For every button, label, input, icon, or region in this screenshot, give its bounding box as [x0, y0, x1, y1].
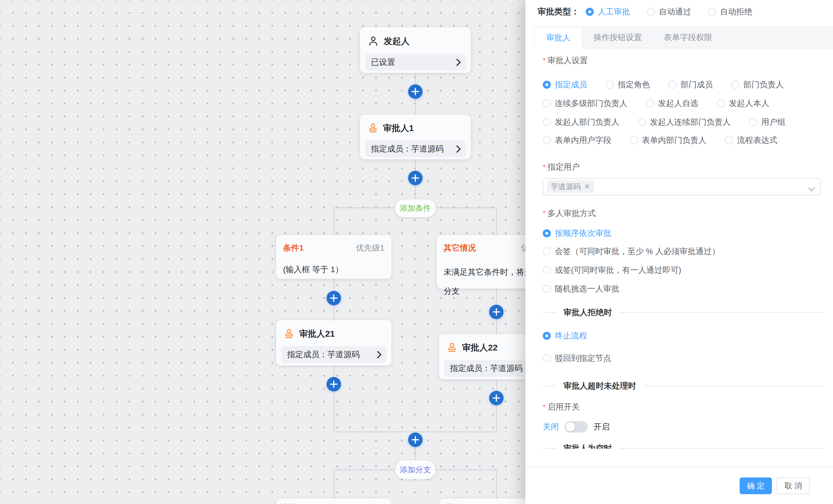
node-condition1[interactable]: 条件1 优先级1 (输入框 等于 1） — [276, 235, 391, 279]
radio-icon — [725, 136, 733, 144]
radio-icon — [543, 247, 551, 255]
node-summary-text: 已设置 — [371, 57, 395, 68]
reject-section-title: 审批人拒绝时 — [564, 307, 612, 318]
add-node-button[interactable] — [408, 171, 423, 185]
connector — [496, 470, 497, 499]
radio-icon — [543, 118, 551, 126]
reject-section-divider: 审批人拒绝时 — [543, 308, 822, 317]
add-condition-button[interactable]: 添加条件 — [395, 199, 436, 217]
cancel-button[interactable]: 取 消 — [777, 478, 810, 494]
add-node-button[interactable] — [327, 377, 341, 392]
radio-initiator-self[interactable]: 发起人本人 — [717, 98, 769, 109]
radio-orsign[interactable]: 或签(可同时审批，有一人通过即可) — [543, 265, 682, 275]
radio-return-to-node[interactable]: 驳回到指定节点 — [543, 353, 611, 363]
tab-approver[interactable]: 审批人 — [534, 26, 582, 48]
timeout-switch-row: 关闭 开启 — [543, 421, 610, 433]
node-summary-text: 指定成员：芋道源码 — [450, 363, 523, 374]
add-condition-label: 添加条件 — [400, 203, 431, 213]
radio-multi-level-dept-leader[interactable]: 连续多级部门负责人 — [543, 98, 627, 109]
radio-icon — [638, 118, 646, 126]
radio-form-dept-leader[interactable]: 表单内部门负责人 — [630, 135, 707, 146]
timeout-enable-switch[interactable] — [565, 421, 588, 433]
add-branch-label: 添加分支 — [400, 464, 431, 475]
approver-setting-row2: 连续多级部门负责人 发起人自选 发起人本人 — [543, 99, 788, 108]
node-approver21[interactable]: 审批人21 指定成员：芋道源码 — [276, 320, 391, 366]
radio-terminate-process[interactable]: 终止流程 — [543, 331, 587, 341]
radio-selected-icon — [543, 229, 551, 237]
condition-title: 条件1 — [283, 243, 304, 253]
radio-user-group[interactable]: 用户组 — [749, 117, 785, 128]
assign-user-select[interactable]: 芋道源码 ✕ — [543, 178, 821, 195]
node-title: 审批人1 — [383, 122, 414, 134]
node-settings-drawer: 审批类型： 人工审批 自动通过 自动拒绝 审批人 操作按钮设置 表单字段权限 — [525, 0, 833, 504]
node-summary-text: 指定成员：芋道源码 — [371, 144, 444, 154]
radio-selected-icon — [586, 8, 594, 16]
connector — [333, 208, 334, 235]
node-start[interactable]: 发起人 已设置 — [360, 27, 471, 73]
chevron-right-icon — [453, 58, 461, 66]
radio-icon — [543, 136, 551, 144]
radio-icon — [647, 8, 655, 16]
radio-icon — [646, 99, 654, 107]
radio-selected-icon — [543, 81, 551, 89]
radio-icon — [731, 81, 739, 89]
connector — [333, 470, 334, 499]
tab-spacer — [525, 26, 534, 48]
connector — [496, 379, 497, 432]
connector — [333, 366, 334, 432]
empty-section-divider: 审批人为空时 — [543, 444, 822, 449]
parallel-title: 并行2 — [446, 502, 467, 504]
node-summary[interactable]: 已设置 — [365, 54, 466, 71]
tab-form-field-perms[interactable]: 表单字段权限 — [653, 32, 723, 43]
timeout-section-title: 审批人超时未处理时 — [564, 380, 636, 392]
radio-countersign[interactable]: 会签（可同时审批，至少 % 人必须审批通过） — [543, 247, 720, 256]
add-node-button[interactable] — [408, 433, 423, 447]
radio-dept-member[interactable]: 部门成员 — [668, 79, 713, 90]
radio-dept-leader[interactable]: 部门负责人 — [731, 79, 784, 90]
radio-random-one[interactable]: 随机挑选一人审批 — [543, 284, 619, 294]
enable-switch-label: *启用开关 — [543, 401, 580, 412]
radio-form-user-field[interactable]: 表单内用户字段 — [543, 135, 611, 146]
radio-icon — [543, 99, 551, 107]
node-approver1[interactable]: 审批人1 指定成员：芋道源码 — [360, 115, 471, 159]
drawer-tabs: 审批人 操作按钮设置 表单字段权限 — [525, 26, 833, 48]
approver-setting-row3: 发起人部门负责人 发起人连续部门负责人 用户组 — [543, 117, 804, 127]
condition-priority: 优先级1 — [356, 243, 384, 253]
tag-remove-icon[interactable]: ✕ — [584, 183, 590, 191]
radio-icon — [668, 81, 676, 89]
radio-assigned-role[interactable]: 指定角色 — [605, 79, 650, 90]
add-node-button[interactable] — [489, 305, 503, 319]
radio-icon — [543, 285, 551, 293]
add-node-button[interactable] — [489, 391, 503, 405]
approver-setting-label: *审批人设置 — [543, 55, 588, 66]
assign-user-label: *指定用户 — [543, 161, 580, 173]
radio-initiator-choose[interactable]: 发起人自选 — [646, 98, 698, 109]
add-branch-button[interactable]: 添加分支 — [395, 460, 435, 479]
radio-icon — [708, 8, 716, 16]
switch-knob — [566, 422, 575, 431]
radio-auto-reject[interactable]: 自动拒绝 — [708, 6, 752, 17]
chevron-down-icon — [808, 184, 815, 191]
person-icon — [367, 35, 380, 48]
drawer-scroll-area[interactable]: 审批类型： 人工审批 自动通过 自动拒绝 审批人 操作按钮设置 表单字段权限 — [525, 0, 833, 449]
radio-initiator-dept-leader[interactable]: 发起人部门负责人 — [543, 117, 619, 128]
parallel-priority: 无优先级 — [352, 502, 384, 504]
radio-initiator-multi-dept-leader[interactable]: 发起人连续部门负责人 — [638, 117, 731, 128]
approval-type-row: 审批类型： 人工审批 自动通过 自动拒绝 — [538, 5, 769, 19]
radio-manual-approval[interactable]: 人工审批 — [586, 6, 630, 17]
radio-auto-approve[interactable]: 自动通过 — [647, 6, 691, 17]
node-parallel1[interactable]: 并行1 无优先级 — [276, 499, 391, 504]
radio-icon — [543, 354, 551, 362]
stamp-icon — [446, 342, 458, 354]
add-node-button[interactable] — [327, 291, 341, 305]
approver-setting-row4: 表单内用户字段 表单内部门负责人 流程表达式 — [543, 135, 796, 145]
radio-icon — [749, 118, 757, 126]
radio-process-expression[interactable]: 流程表达式 — [725, 135, 777, 146]
confirm-button[interactable]: 确 定 — [740, 478, 772, 494]
radio-assigned-member[interactable]: 指定成员 — [543, 79, 587, 90]
node-summary[interactable]: 指定成员：芋道源码 — [281, 346, 386, 363]
add-node-button[interactable] — [408, 84, 423, 99]
node-summary[interactable]: 指定成员：芋道源码 — [365, 141, 466, 157]
radio-sequential[interactable]: 按顺序依次审批 — [543, 228, 611, 238]
tab-button-settings[interactable]: 操作按钮设置 — [582, 32, 653, 43]
